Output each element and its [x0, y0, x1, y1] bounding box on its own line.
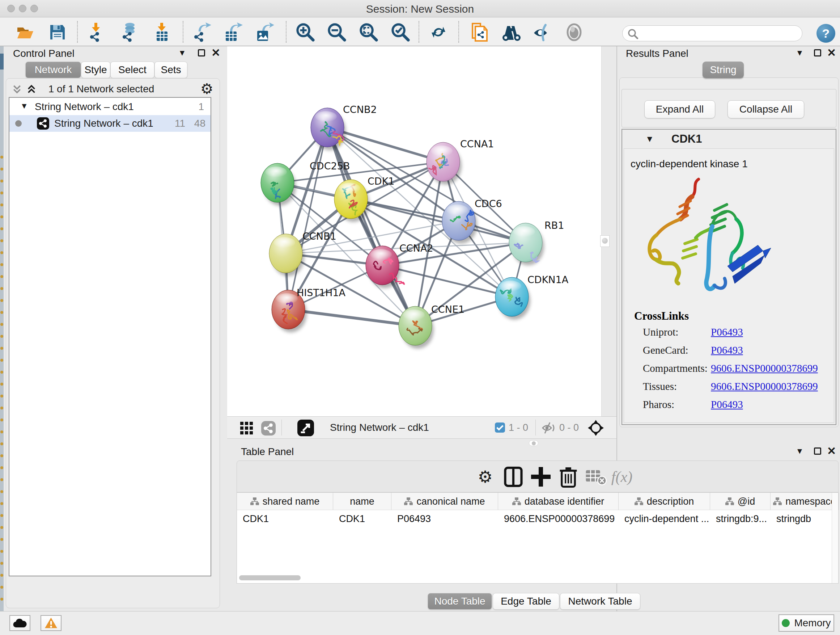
table-settings-gear-icon[interactable]: ⚙ [474, 466, 496, 488]
tab-node-table[interactable]: Node Table [428, 593, 492, 610]
splitter-handle[interactable] [600, 235, 609, 247]
tab-style[interactable]: Style [81, 62, 111, 78]
network-node-ccnb1[interactable] [269, 234, 304, 276]
import-network-from-file-button[interactable] [86, 22, 107, 43]
export-table-button[interactable] [223, 22, 243, 43]
network-edge[interactable] [288, 310, 415, 326]
open-session-button[interactable] [14, 22, 35, 43]
gene-section-header[interactable]: ▼ CDK1 [622, 130, 836, 149]
column-header-database-identifier[interactable]: database identifier [498, 493, 619, 510]
collapse-triangle-icon[interactable]: ▼ [645, 134, 654, 144]
float-panel-icon[interactable] [198, 49, 205, 57]
background-window-dot [0, 371, 3, 374]
column-header-name[interactable]: name [333, 493, 392, 510]
table-cell[interactable]: 9606.ENSP00000378699 [498, 510, 619, 527]
network-status-dot-icon [15, 120, 22, 127]
export-network-button[interactable] [192, 22, 213, 43]
show-columns-icon[interactable] [502, 466, 524, 488]
table-cell[interactable]: CDK1 [237, 510, 333, 527]
tab-select[interactable]: Select [111, 62, 155, 78]
table-cell[interactable]: stringdb:9... [710, 510, 771, 527]
import-network-from-database-button[interactable] [118, 22, 140, 43]
warning-status-button[interactable] [41, 615, 62, 631]
table-cell[interactable]: CDK1 [333, 510, 392, 527]
background-window-dot [0, 168, 3, 171]
zoom-in-button[interactable] [295, 22, 316, 43]
grid-view-icon[interactable] [240, 422, 253, 435]
network-from-selection-button[interactable] [469, 22, 489, 43]
network-node-ccnb2[interactable] [311, 108, 346, 150]
column-header--id[interactable]: @id [710, 493, 771, 510]
column-header-description[interactable]: description [619, 493, 710, 510]
fit-selected-target-icon[interactable] [587, 420, 604, 436]
save-session-button[interactable] [47, 22, 68, 43]
panel-menu-icon[interactable]: ▾ [180, 47, 185, 58]
crosslink-value-link[interactable]: 9606.ENSP00000378699 [711, 380, 818, 393]
detach-view-icon[interactable] [297, 420, 314, 436]
crosslink-value-link[interactable]: 9606.ENSP00000378699 [711, 363, 818, 374]
tab-edge-table[interactable]: Edge Table [493, 593, 559, 610]
close-panel-icon[interactable]: ✕ [827, 445, 836, 457]
network-node-ccna1[interactable] [426, 142, 462, 185]
float-panel-icon[interactable] [814, 49, 821, 57]
search-input[interactable] [641, 27, 797, 40]
network-row[interactable]: String Network – cdk1 11 48 [9, 115, 210, 132]
delete-column-trash-icon[interactable] [557, 466, 579, 488]
network-overview-icon[interactable] [261, 421, 276, 435]
hide-selected-button[interactable] [531, 22, 552, 43]
network-node-cdk1[interactable] [334, 180, 369, 222]
collapse-all-button[interactable]: Collapse All [728, 100, 804, 119]
zoom-selected-button[interactable] [390, 22, 411, 43]
selected-checkbox-icon[interactable] [495, 423, 505, 432]
column-header-shared-name[interactable]: shared name [237, 493, 333, 510]
cloud-status-button[interactable] [9, 615, 30, 631]
tab-string[interactable]: String [703, 62, 744, 78]
expand-all-button[interactable]: Expand All [644, 100, 715, 119]
network-node-ccna2[interactable] [366, 246, 404, 288]
function-builder-icon[interactable]: f(x) [611, 466, 633, 488]
table-cell[interactable]: cyclin-dependent ... [619, 510, 710, 527]
help-button[interactable]: ? [816, 24, 835, 43]
zoom-fit-button[interactable] [358, 22, 379, 43]
panel-menu-icon[interactable]: ▾ [797, 445, 802, 456]
network-node-cdkn1a[interactable] [495, 277, 531, 320]
results-panel-header: Results Panel ▾ ✕ [618, 47, 840, 62]
export-image-button[interactable] [254, 22, 275, 43]
network-node-cdc25b[interactable] [261, 163, 296, 206]
close-panel-icon[interactable]: ✕ [211, 46, 220, 59]
memory-button[interactable]: Memory [778, 614, 834, 632]
tab-network[interactable]: Network [25, 62, 81, 78]
zoom-out-button[interactable] [326, 22, 347, 43]
gear-icon[interactable]: ⚙ [201, 80, 213, 97]
tab-network-table[interactable]: Network Table [560, 593, 640, 610]
crosslink-value-link[interactable]: P06493 [711, 344, 743, 356]
panel-menu-icon[interactable]: ▾ [797, 47, 802, 58]
import-table-from-file-button[interactable] [151, 22, 172, 43]
table-cell[interactable]: stringdb [771, 510, 839, 527]
network-collection-row[interactable]: ▼ String Network – cdk1 1 [9, 98, 210, 115]
column-header-namespace[interactable]: namespace [771, 493, 839, 510]
delete-table-icon[interactable] [585, 466, 607, 488]
network-node-ccne1[interactable] [399, 306, 434, 348]
table-cell[interactable]: P06493 [392, 510, 498, 527]
table-vertical-scrollbar[interactable] [832, 493, 838, 583]
show-all-button[interactable] [564, 22, 584, 43]
document-network-icon [469, 22, 489, 42]
node-table[interactable]: shared namenamecanonical namedatabase id… [237, 492, 838, 584]
first-neighbors-button[interactable] [500, 22, 521, 43]
toolbar-separator [281, 420, 282, 435]
table-horizontal-scrollbar[interactable] [239, 575, 301, 580]
apply-layout-button[interactable] [428, 22, 449, 43]
tab-sets[interactable]: Sets [155, 62, 187, 78]
network-node-rb1[interactable] [509, 223, 544, 265]
column-header-canonical-name[interactable]: canonical name [392, 493, 498, 510]
binoculars-icon [500, 23, 521, 41]
float-panel-icon[interactable] [814, 448, 821, 455]
collapse-triangle-icon[interactable]: ▼ [20, 101, 28, 111]
crosslink-value-link[interactable]: P06493 [711, 399, 743, 410]
close-panel-icon[interactable]: ✕ [827, 46, 836, 59]
crosslink-value-link[interactable]: P06493 [711, 326, 743, 338]
network-edge[interactable] [288, 127, 327, 310]
network-canvas[interactable]: CCNB2CCNA1CDC25BCDK1CDC6RB1CCNB1CCNA2CDK… [227, 46, 601, 416]
create-column-plus-icon[interactable] [530, 466, 552, 488]
